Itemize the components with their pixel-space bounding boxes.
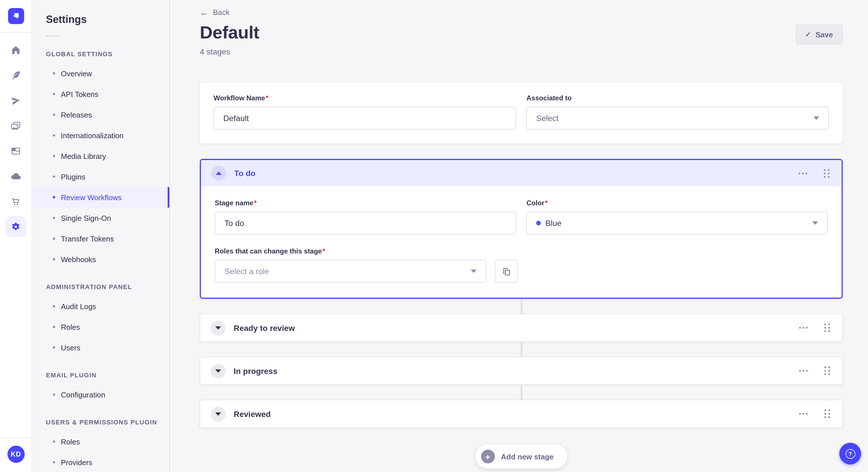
sidebar-item-up-roles[interactable]: Roles bbox=[32, 431, 169, 452]
caret-down-icon bbox=[471, 270, 476, 273]
drag-handle-icon[interactable] bbox=[823, 322, 832, 334]
copy-icon bbox=[502, 267, 510, 276]
stage-color-label: Color* bbox=[526, 199, 828, 207]
rail-bottom-divider bbox=[0, 438, 32, 438]
stage-color-select[interactable]: Blue bbox=[526, 212, 828, 235]
drag-handle-icon[interactable] bbox=[822, 167, 831, 179]
back-link[interactable]: ← Back bbox=[200, 7, 229, 17]
expand-stage-button[interactable] bbox=[211, 363, 226, 378]
marketplace-cart-icon[interactable] bbox=[3, 189, 28, 214]
caret-down-icon bbox=[812, 222, 818, 225]
strapi-admin: KD Settings GLOBAL SETTINGS Overview API… bbox=[0, 0, 868, 472]
stage-connector-line bbox=[520, 299, 522, 314]
sidebar-item-email-configuration[interactable]: Configuration bbox=[32, 384, 169, 405]
stage-options-menu-icon[interactable] bbox=[797, 325, 810, 331]
stage-panel-reviewed[interactable]: Reviewed bbox=[200, 400, 843, 428]
help-button[interactable]: ? bbox=[839, 443, 861, 465]
stage-count: 4 stages bbox=[200, 47, 259, 56]
check-icon: ✓ bbox=[805, 30, 811, 38]
settings-subnav: Settings GLOBAL SETTINGS Overview API To… bbox=[32, 0, 170, 472]
arrow-left-icon: ← bbox=[200, 7, 208, 17]
save-button[interactable]: ✓ Save bbox=[795, 25, 843, 44]
stage-name-input[interactable] bbox=[215, 212, 516, 235]
bullet-icon bbox=[53, 346, 55, 349]
bullet-icon bbox=[53, 440, 55, 443]
required-marker: * bbox=[266, 94, 268, 102]
sidebar-item-up-providers[interactable]: Providers bbox=[32, 452, 169, 472]
back-label: Back bbox=[213, 8, 229, 16]
nav-section-global-settings: GLOBAL SETTINGS bbox=[46, 50, 169, 57]
stage-header-todo[interactable]: To do bbox=[201, 160, 842, 187]
sidebar-item-webhooks[interactable]: Webhooks bbox=[32, 249, 169, 270]
page-title: Default bbox=[200, 22, 259, 43]
strapi-logo-glyph bbox=[9, 10, 22, 22]
expand-stage-button[interactable] bbox=[211, 406, 226, 421]
stage-connector-line bbox=[520, 342, 522, 357]
drag-handle-icon[interactable] bbox=[823, 408, 832, 420]
associated-to-field-group: Associated to Select bbox=[526, 94, 829, 130]
sidebar-item-overview[interactable]: Overview bbox=[32, 63, 169, 84]
bullet-icon bbox=[53, 305, 55, 307]
sidebar-item-single-sign-on[interactable]: Single Sign-On bbox=[32, 208, 169, 228]
chevron-down-icon bbox=[215, 412, 221, 415]
nav-section-users-permissions-plugin: USERS & PERMISSIONS PLUGIN bbox=[46, 419, 169, 426]
media-library-icon[interactable] bbox=[3, 113, 28, 138]
required-marker: * bbox=[254, 199, 257, 207]
bullet-icon bbox=[53, 196, 55, 198]
stage-roles-select[interactable]: Select a role bbox=[215, 260, 486, 283]
bullet-icon bbox=[53, 326, 55, 328]
stage-roles-label: Roles that can change this stage* bbox=[215, 247, 486, 255]
icon-rail: KD bbox=[0, 0, 32, 472]
chevron-down-icon bbox=[215, 326, 221, 330]
sidebar-item-releases[interactable]: Releases bbox=[32, 104, 169, 125]
sidebar-item-audit-logs[interactable]: Audit Logs bbox=[32, 296, 169, 316]
subnav-title: Settings bbox=[46, 14, 169, 26]
sidebar-item-plugins[interactable]: Plugins bbox=[32, 166, 169, 187]
sidebar-item-admin-users[interactable]: Users bbox=[32, 337, 169, 358]
home-icon[interactable] bbox=[3, 37, 28, 63]
stage-panel-in-progress[interactable]: In progress bbox=[200, 357, 843, 385]
strapi-logo[interactable] bbox=[8, 8, 24, 24]
stage-options-menu-icon[interactable] bbox=[797, 411, 810, 417]
subnav-divider bbox=[46, 36, 60, 37]
nav-section-administration-panel: ADMINISTRATION PANEL bbox=[46, 283, 169, 290]
stage-color-field-group: Color* Blue bbox=[526, 199, 828, 235]
paper-plane-icon[interactable] bbox=[3, 88, 28, 113]
plus-icon: + bbox=[481, 450, 495, 463]
stage-options-menu-icon[interactable] bbox=[796, 170, 809, 176]
stage-name-label: Stage name* bbox=[215, 199, 516, 207]
chevron-down-icon bbox=[215, 369, 221, 372]
associated-to-label: Associated to bbox=[526, 94, 829, 102]
sidebar-item-review-workflows[interactable]: Review Workflows bbox=[32, 187, 169, 208]
layout-icon[interactable] bbox=[3, 138, 28, 164]
settings-gear-icon[interactable] bbox=[5, 216, 26, 237]
user-avatar[interactable]: KD bbox=[7, 446, 24, 463]
nav-section-email-plugin: EMAIL PLUGIN bbox=[46, 372, 169, 378]
stage-name: Reviewed bbox=[234, 409, 271, 418]
sidebar-item-internationalization[interactable]: Internationalization bbox=[32, 125, 169, 146]
drag-handle-icon[interactable] bbox=[823, 365, 832, 377]
bullet-icon bbox=[53, 461, 55, 463]
stage-name: In progress bbox=[234, 366, 278, 375]
feather-content-icon[interactable] bbox=[3, 63, 28, 88]
sidebar-item-api-tokens[interactable]: API Tokens bbox=[32, 84, 169, 104]
caret-down-icon bbox=[813, 116, 819, 120]
cloud-icon[interactable] bbox=[3, 164, 28, 189]
duplicate-stage-button[interactable] bbox=[495, 260, 518, 283]
stage-options-menu-icon[interactable] bbox=[797, 368, 810, 374]
sidebar-item-admin-roles[interactable]: Roles bbox=[32, 316, 169, 337]
associated-to-select[interactable]: Select bbox=[526, 107, 829, 130]
blue-color-dot-icon bbox=[536, 221, 541, 225]
stage-panel-todo: To do Stage name* Color* bbox=[200, 159, 843, 299]
workflow-name-input[interactable] bbox=[214, 107, 516, 130]
expand-stage-button[interactable] bbox=[211, 320, 226, 335]
add-new-stage-button[interactable]: + Add new stage bbox=[475, 444, 567, 469]
collapse-stage-button[interactable] bbox=[211, 166, 226, 181]
bullet-icon bbox=[53, 155, 55, 157]
bullet-icon bbox=[53, 113, 55, 116]
sidebar-item-media-library[interactable]: Media Library bbox=[32, 146, 169, 166]
stage-panel-ready-to-review[interactable]: Ready to review bbox=[200, 314, 843, 342]
stage-connector-line bbox=[520, 385, 522, 400]
stage-name: Ready to review bbox=[234, 323, 295, 332]
sidebar-item-transfer-tokens[interactable]: Transfer Tokens bbox=[32, 228, 169, 249]
